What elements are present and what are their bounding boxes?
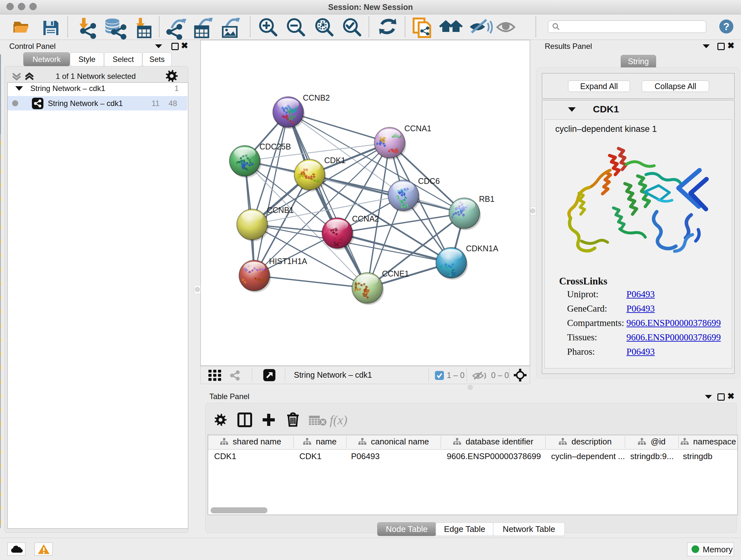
svg-text:CCNA1: CCNA1 [404, 124, 431, 133]
svg-text:RB1: RB1 [479, 194, 495, 203]
svg-text:CCNB1: CCNB1 [267, 206, 294, 214]
svg-text:CCNB2: CCNB2 [303, 93, 330, 102]
svg-text:HIST1H1A: HIST1H1A [269, 257, 307, 266]
svg-text:CDKN1A: CDKN1A [466, 244, 498, 253]
svg-text:CCNE1: CCNE1 [382, 269, 409, 278]
svg-text:CDK1: CDK1 [324, 156, 346, 165]
svg-text:CCNA2: CCNA2 [352, 214, 379, 223]
svg-text:CDC25B: CDC25B [259, 142, 291, 151]
svg-text:CDC6: CDC6 [418, 177, 440, 186]
